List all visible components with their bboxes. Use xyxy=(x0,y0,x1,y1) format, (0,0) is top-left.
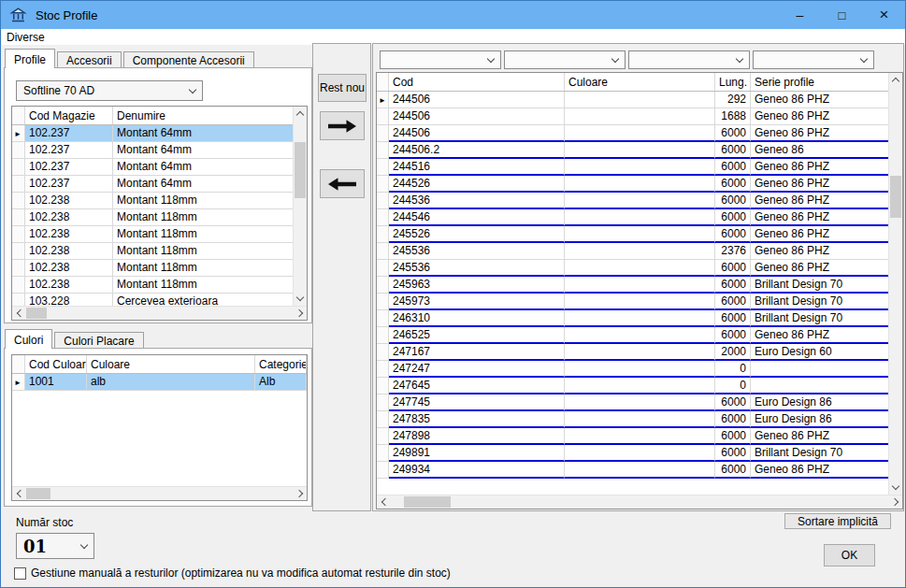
column-header-cod-magazie[interactable]: Cod Magazie xyxy=(25,107,113,124)
scroll-up-icon[interactable] xyxy=(294,107,307,121)
stock-row[interactable]: ► 247645 0 xyxy=(377,378,890,394)
stock-row[interactable]: ► 244536 6000 Geneo 86 PHZ xyxy=(377,193,890,209)
magazie-row[interactable]: ► 102.238 Montant 118mm xyxy=(12,243,295,260)
stock-row[interactable]: ► 244506 6000 Geneo 86 PHZ xyxy=(377,125,890,142)
manual-rest-checkbox[interactable] xyxy=(14,567,26,580)
magazie-horizontal-scrollbar[interactable] xyxy=(12,306,307,320)
filter-combobox[interactable] xyxy=(753,50,874,69)
stock-row[interactable]: ► 249891 6000 Brillant Design 70 xyxy=(377,445,890,462)
cell-cod: 247167 xyxy=(389,344,565,361)
cell-serie-profile: Geneo 86 PHZ xyxy=(751,327,890,344)
filter-combobox[interactable] xyxy=(628,50,750,69)
cell-cod: 244506 xyxy=(389,92,565,108)
magazie-row[interactable]: ► 102.238 Montant 118mm xyxy=(12,226,295,243)
stock-horizontal-scrollbar[interactable] xyxy=(377,495,902,509)
cell-serie-profile: Geneo 86 PHZ xyxy=(751,193,890,209)
stock-row[interactable]: ► 247835 6000 Euro Design 86 xyxy=(377,411,890,428)
column-header-culoare[interactable]: Culoare xyxy=(87,355,255,373)
stock-row[interactable]: ► 245536 6000 Geneo 86 PHZ xyxy=(377,260,890,277)
scroll-left-icon[interactable] xyxy=(12,487,26,500)
stock-row[interactable]: ► 244506 1688 Geneo 86 PHZ xyxy=(377,108,890,125)
minimize-icon[interactable]: – xyxy=(779,1,821,29)
magazie-row[interactable]: ► 102.238 Montant 118mm xyxy=(12,193,295,209)
column-header-serie-profile[interactable]: Serie profile xyxy=(751,73,890,91)
filter-combobox[interactable] xyxy=(504,50,626,69)
cell-serie-profile: Brillant Design 70 xyxy=(751,277,890,294)
numar-stoc-combobox[interactable]: 01 xyxy=(16,533,94,559)
stock-row[interactable]: ► 244526 6000 Geneo 86 PHZ xyxy=(377,176,890,193)
stock-row[interactable]: ► 244516 6000 Geneo 86 PHZ xyxy=(377,159,890,176)
menu-item-diverse[interactable]: Diverse xyxy=(2,30,50,45)
column-header-cod[interactable]: Cod xyxy=(389,73,565,91)
culori-horizontal-scrollbar[interactable] xyxy=(12,486,307,500)
scroll-right-icon[interactable] xyxy=(293,487,307,500)
scroll-up-icon[interactable] xyxy=(889,73,902,87)
column-header-culoare[interactable]: Culoare xyxy=(565,73,715,91)
magazie-grid: Cod Magazie Denumire ► 102.237 Montant 6… xyxy=(11,106,308,321)
stock-row[interactable]: ► 247745 6000 Euro Design 86 xyxy=(377,394,890,411)
magazie-row[interactable]: ► 102.238 Montant 118mm xyxy=(12,277,295,294)
close-icon[interactable]: × xyxy=(863,1,905,29)
stock-row[interactable]: ► 247898 6000 Geneo 86 PHZ xyxy=(377,428,890,445)
culori-tab[interactable]: Culori xyxy=(5,329,52,349)
series-combobox[interactable]: Softline 70 AD xyxy=(16,80,203,101)
magazie-vertical-scrollbar[interactable] xyxy=(293,107,307,306)
stock-row[interactable]: ► 249934 6000 Geneo 86 PHZ xyxy=(377,462,890,479)
stock-row[interactable]: ► 244506.2 6000 Geneo 86 xyxy=(377,142,890,159)
move-left-button[interactable] xyxy=(320,169,365,198)
cell-cod: 246525 xyxy=(389,327,565,344)
chevron-down-icon xyxy=(487,54,495,62)
culori-tab[interactable]: Culori Placare xyxy=(54,332,143,349)
scroll-thumb[interactable] xyxy=(26,308,47,319)
scroll-thumb[interactable] xyxy=(26,488,50,499)
move-right-button[interactable] xyxy=(320,111,365,140)
stock-row[interactable]: ► 247167 2000 Euro Design 60 xyxy=(377,344,890,361)
maximize-icon[interactable]: □ xyxy=(821,1,863,29)
stock-row[interactable]: ► 244506 292 Geneo 86 PHZ xyxy=(377,92,890,108)
magazie-row[interactable]: ► 102.238 Montant 118mm xyxy=(12,260,295,277)
ok-button[interactable]: OK xyxy=(824,544,875,566)
sortare-implicita-button[interactable]: Sortare implicită xyxy=(784,513,891,529)
column-header-lung[interactable]: Lung. xyxy=(715,73,751,91)
magazie-row[interactable]: ► 102.237 Montant 64mm xyxy=(12,176,295,193)
profile-tab[interactable]: Accesorii xyxy=(57,51,122,68)
scroll-left-icon[interactable] xyxy=(377,495,391,509)
filter-combobox[interactable] xyxy=(380,50,501,69)
stock-row[interactable]: ► 245973 6000 Brillant Design 70 xyxy=(377,294,890,310)
row-header-cell: ► xyxy=(377,159,389,176)
cell-cod: 246310 xyxy=(389,310,565,327)
stock-row[interactable]: ► 245536 2376 Geneo 86 PHZ xyxy=(377,243,890,260)
scroll-left-icon[interactable] xyxy=(12,307,26,320)
magazie-row[interactable]: ► 102.238 Montant 118mm xyxy=(12,209,295,226)
column-header-cod-culoare[interactable]: Cod Culoare xyxy=(25,355,87,373)
stock-row[interactable]: ► 244546 6000 Geneo 86 PHZ xyxy=(377,209,890,226)
stock-row[interactable]: ► 247247 0 xyxy=(377,361,890,378)
stock-row[interactable]: ► 246310 6000 Brillant Design 70 xyxy=(377,310,890,327)
stock-vertical-scrollbar[interactable] xyxy=(888,73,902,495)
scroll-thumb[interactable] xyxy=(890,176,901,218)
column-header-categorie[interactable]: Categorie xyxy=(255,355,307,373)
scroll-down-icon[interactable] xyxy=(294,292,307,306)
profile-tab[interactable]: Profile xyxy=(5,49,55,68)
culori-row[interactable]: ► 1001 alb Alb xyxy=(12,374,307,391)
stock-row[interactable]: ► 245526 6000 Geneo 86 PHZ xyxy=(377,226,890,243)
column-header-denumire[interactable]: Denumire xyxy=(113,107,295,124)
magazie-row[interactable]: ► 102.237 Montant 64mm xyxy=(12,125,295,142)
cell-cod: 244526 xyxy=(389,176,565,193)
cell-lung: 6000 xyxy=(715,209,751,226)
cell-lung: 1688 xyxy=(715,108,751,125)
scroll-thumb[interactable] xyxy=(295,142,306,198)
cell-cod: 244546 xyxy=(389,209,565,226)
scroll-right-icon[interactable] xyxy=(293,307,307,320)
scroll-thumb[interactable] xyxy=(404,496,451,508)
cell-serie-profile: Geneo 86 PHZ xyxy=(751,159,890,176)
profile-tab[interactable]: Componente Accesorii xyxy=(123,51,254,68)
magazie-row[interactable]: ► 102.237 Montant 64mm xyxy=(12,142,295,159)
stock-row[interactable]: ► 245963 6000 Brillant Design 70 xyxy=(377,277,890,294)
scroll-down-icon[interactable] xyxy=(889,480,902,495)
scroll-right-icon[interactable] xyxy=(888,495,902,509)
magazie-row[interactable]: ► 102.237 Montant 64mm xyxy=(12,159,295,176)
rest-nou-button[interactable]: Rest nou xyxy=(318,74,367,102)
stock-row[interactable]: ► 246525 6000 Geneo 86 PHZ xyxy=(377,327,890,344)
cell-serie-profile: Geneo 86 PHZ xyxy=(751,428,890,445)
